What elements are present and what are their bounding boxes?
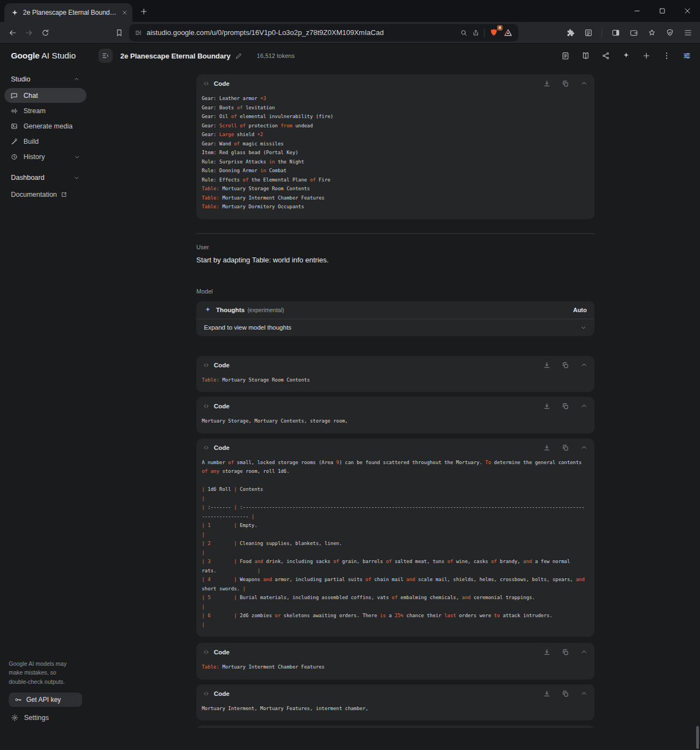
code-angle-icon <box>203 80 209 87</box>
thoughts-header: Thoughts (experimental) Auto <box>196 301 594 319</box>
url-text[interactable]: aistudio.google.com/u/0/prompts/16V1p0-L… <box>147 28 456 37</box>
waveform-icon <box>10 107 18 115</box>
wallet-icon[interactable] <box>626 25 641 41</box>
sidebar: Studio Chat Stream Generate media Build <box>0 68 91 728</box>
thoughts-experimental-badge: (experimental) <box>247 307 284 313</box>
settings-button[interactable]: Settings <box>9 714 82 722</box>
code-block-header: Code <box>196 725 594 728</box>
share-icon[interactable] <box>472 29 480 37</box>
search-icon[interactable] <box>460 29 468 37</box>
more-options-icon[interactable] <box>662 51 671 60</box>
code-block-title: Code <box>214 690 230 697</box>
studio-label: Studio <box>11 75 30 83</box>
code-angle-icon <box>203 403 209 409</box>
thoughts-expand-label: Expand to view model thoughts <box>204 324 291 331</box>
collapse-block-icon[interactable] <box>580 402 588 410</box>
code-block-keys-storage: Code Mortuary Storage, Mortuary Contents… <box>196 397 594 433</box>
url-bar[interactable]: aistudio.google.com/u/0/prompts/16V1p0-L… <box>129 24 518 42</box>
settings-label: Settings <box>24 714 49 722</box>
brave-shield-icon[interactable]: 4 <box>489 28 499 38</box>
sidebar-item-stream[interactable]: Stream <box>4 103 86 118</box>
copy-icon[interactable] <box>562 690 569 698</box>
user-message: Start by adapting Table: world info entr… <box>196 256 594 264</box>
window-minimize-button[interactable] <box>625 0 650 22</box>
collapse-block-icon[interactable] <box>580 80 588 87</box>
thoughts-auto-mode[interactable]: Auto <box>573 307 587 313</box>
collapse-block-icon[interactable] <box>580 648 588 656</box>
tab-title: 2e Planescape Eternal Boundary <box>23 9 117 16</box>
scrollbar-thumb[interactable] <box>696 726 699 749</box>
model-turn-label: Model <box>196 288 594 295</box>
site-settings-icon[interactable] <box>135 29 142 37</box>
chat-scroll-area[interactable]: Code Gear: Leather armor +3Gear: Boots o… <box>91 68 700 728</box>
sidebar-item-documentation[interactable]: Documentation <box>0 186 91 203</box>
thoughts-expand-row[interactable]: Expand to view model thoughts <box>196 319 594 336</box>
run-settings-tune-icon[interactable] <box>682 51 691 60</box>
reading-list-icon[interactable] <box>580 25 596 41</box>
collapse-block-icon[interactable] <box>580 690 588 698</box>
header-actions <box>561 51 691 60</box>
download-icon[interactable] <box>543 648 551 656</box>
extensions-icon[interactable] <box>562 25 578 41</box>
disclaimer-text: Google AI models may make mistakes, so d… <box>9 659 75 686</box>
code-block-cut-off: Code <box>196 725 594 728</box>
vpn-shield-icon[interactable] <box>662 25 678 41</box>
app-logo[interactable]: Google AI Studio <box>11 51 91 61</box>
download-icon[interactable] <box>543 444 551 452</box>
download-icon[interactable] <box>543 361 551 369</box>
sidebar-section-studio[interactable]: Studio <box>0 71 91 87</box>
copy-icon[interactable] <box>562 402 569 410</box>
window-maximize-button[interactable] <box>650 0 675 22</box>
new-prompt-icon[interactable] <box>642 51 651 60</box>
sidebar-item-label: Build <box>24 138 39 145</box>
reload-icon[interactable] <box>37 25 54 41</box>
logo-studio: AI Studio <box>39 51 75 60</box>
sidebar-item-generate-media[interactable]: Generate media <box>4 119 86 133</box>
new-tab-button[interactable] <box>136 3 152 20</box>
sidebar-toggle-icon[interactable] <box>608 25 623 41</box>
sparkle-icon[interactable] <box>622 51 631 60</box>
download-icon[interactable] <box>543 80 551 87</box>
chevron-up-icon <box>73 76 80 83</box>
brave-rewards-icon[interactable] <box>503 28 513 38</box>
sidebar-item-history[interactable]: History <box>4 149 86 164</box>
library-icon[interactable] <box>581 51 590 60</box>
tab-close-icon[interactable] <box>121 9 128 16</box>
code-content: Table: Mortuary Storage Room Contents <box>196 374 594 392</box>
image-icon <box>10 122 18 130</box>
collapse-block-icon[interactable] <box>580 444 588 452</box>
code-content: Mortuary Storage, Mortuary Contents, sto… <box>196 415 594 433</box>
chevron-down-icon <box>580 324 587 331</box>
copy-icon[interactable] <box>562 361 569 369</box>
collapse-panel-icon[interactable] <box>98 49 113 63</box>
back-icon[interactable] <box>4 25 21 41</box>
share-icon[interactable] <box>602 51 610 60</box>
history-icon <box>10 153 18 161</box>
download-icon[interactable] <box>543 690 551 698</box>
chat-icon <box>10 92 18 99</box>
collapse-block-icon[interactable] <box>580 361 588 369</box>
bookmark-icon[interactable] <box>112 25 127 41</box>
sidebar-item-build[interactable]: Build <box>4 134 86 149</box>
sidebar-item-chat[interactable]: Chat <box>4 88 86 103</box>
wrench-icon <box>10 138 18 145</box>
chevron-down-icon <box>73 174 80 181</box>
code-block-title: Code <box>214 80 230 87</box>
menu-icon[interactable] <box>680 25 696 41</box>
window-close-button[interactable] <box>675 0 700 22</box>
system-instructions-icon[interactable] <box>561 51 570 60</box>
code-angle-icon <box>203 444 209 451</box>
browser-toolbar: aistudio.google.com/u/0/prompts/16V1p0-L… <box>0 22 700 44</box>
forward-icon[interactable] <box>21 25 37 41</box>
code-block-header: Code <box>196 438 594 457</box>
code-block-keys-interment: Code Mortuary Interment, Mortuary Featur… <box>196 684 594 721</box>
get-api-key-button[interactable]: Get API key <box>9 693 82 707</box>
copy-icon[interactable] <box>562 444 569 452</box>
copy-icon[interactable] <box>562 80 569 87</box>
edit-title-icon[interactable] <box>235 52 243 60</box>
favorites-icon[interactable] <box>644 25 660 41</box>
download-icon[interactable] <box>543 402 551 410</box>
browser-tab[interactable]: 2e Planescape Eternal Boundary <box>4 3 132 22</box>
sidebar-section-dashboard[interactable]: Dashboard <box>0 169 91 186</box>
copy-icon[interactable] <box>562 648 569 656</box>
